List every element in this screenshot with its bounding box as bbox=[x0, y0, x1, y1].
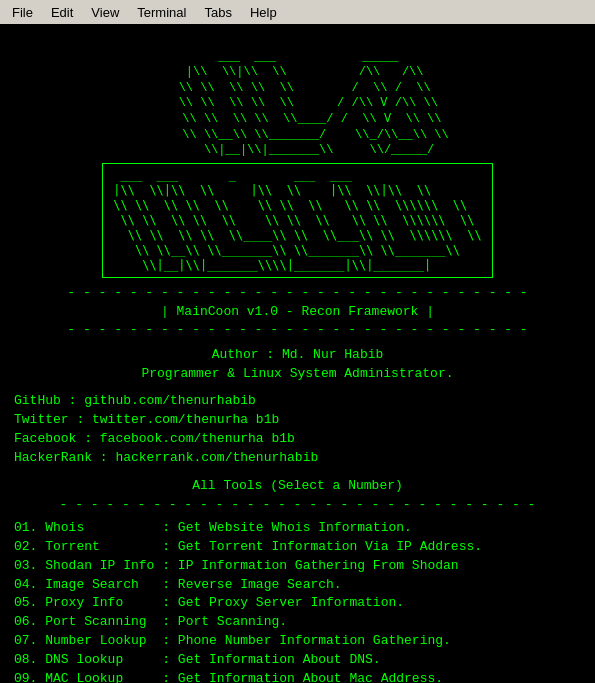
separator-2: - - - - - - - - - - - - - - - - - - - - … bbox=[14, 321, 581, 340]
menubar: File Edit View Terminal Tabs Help bbox=[0, 0, 595, 24]
facebook-line: Facebook : facebook.com/thenurha b1b bbox=[14, 430, 581, 449]
facebook-label: Facebook : facebook.com/thenurha b1b bbox=[14, 431, 295, 446]
list-item: 06. Port Scanning : Port Scanning. bbox=[14, 613, 581, 632]
separator-1: - - - - - - - - - - - - - - - - - - - - … bbox=[14, 284, 581, 303]
terminal-window: ___ ___ _____ |\\ \\|\\ \\ /\\ /\\ \\ \\… bbox=[0, 24, 595, 683]
tools-list: 01. Whois : Get Website Whois Informatio… bbox=[14, 519, 581, 683]
menu-tabs[interactable]: Tabs bbox=[196, 3, 239, 22]
tools-heading: All Tools (Select a Number) bbox=[14, 477, 581, 496]
role-line: Programmer & Linux System Administrator. bbox=[14, 365, 581, 384]
list-item: 09. MAC Lookup : Get Information About M… bbox=[14, 670, 581, 683]
twitter-line: Twitter : twitter.com/thenurha b1b bbox=[14, 411, 581, 430]
list-item: 03. Shodan IP Info : IP Information Gath… bbox=[14, 557, 581, 576]
menu-file[interactable]: File bbox=[4, 3, 41, 22]
hackerrank-label: HackerRank : hackerrank.com/thenurhabib bbox=[14, 450, 318, 465]
author-line: Author : Md. Nur Habib bbox=[14, 346, 581, 365]
twitter-label: Twitter : twitter.com/thenurha b1b bbox=[14, 412, 279, 427]
menu-edit[interactable]: Edit bbox=[43, 3, 81, 22]
hackerrank-line: HackerRank : hackerrank.com/thenurhabib bbox=[14, 449, 581, 468]
list-item: 04. Image Search : Reverse Image Search. bbox=[14, 576, 581, 595]
menu-terminal[interactable]: Terminal bbox=[129, 3, 194, 22]
logo-pre: ___ ___ _ ___ ___ |\\ \\|\\ \\ |\\ \\ |\… bbox=[102, 163, 492, 278]
menu-help[interactable]: Help bbox=[242, 3, 285, 22]
separator-tools: - - - - - - - - - - - - - - - - - - - - … bbox=[14, 496, 581, 515]
list-item: 02. Torrent : Get Torrent Information Vi… bbox=[14, 538, 581, 557]
ascii-logo: ___ ___ _____ |\\ \\|\\ \\ /\\ /\\ \\ \\… bbox=[14, 34, 581, 159]
menu-view[interactable]: View bbox=[83, 3, 127, 22]
list-item: 01. Whois : Get Website Whois Informatio… bbox=[14, 519, 581, 538]
logo-container: ___ ___ _ ___ ___ |\\ \\|\\ \\ |\\ \\ |\… bbox=[14, 163, 581, 278]
list-item: 07. Number Lookup : Phone Number Informa… bbox=[14, 632, 581, 651]
github-label: GitHub : github.com/thenurhabib bbox=[14, 393, 256, 408]
list-item: 05. Proxy Info : Get Proxy Server Inform… bbox=[14, 594, 581, 613]
app-title: | MainCoon v1.0 - Recon Framework | bbox=[14, 303, 581, 322]
github-line: GitHub : github.com/thenurhabib bbox=[14, 392, 581, 411]
list-item: 08. DNS lookup : Get Information About D… bbox=[14, 651, 581, 670]
